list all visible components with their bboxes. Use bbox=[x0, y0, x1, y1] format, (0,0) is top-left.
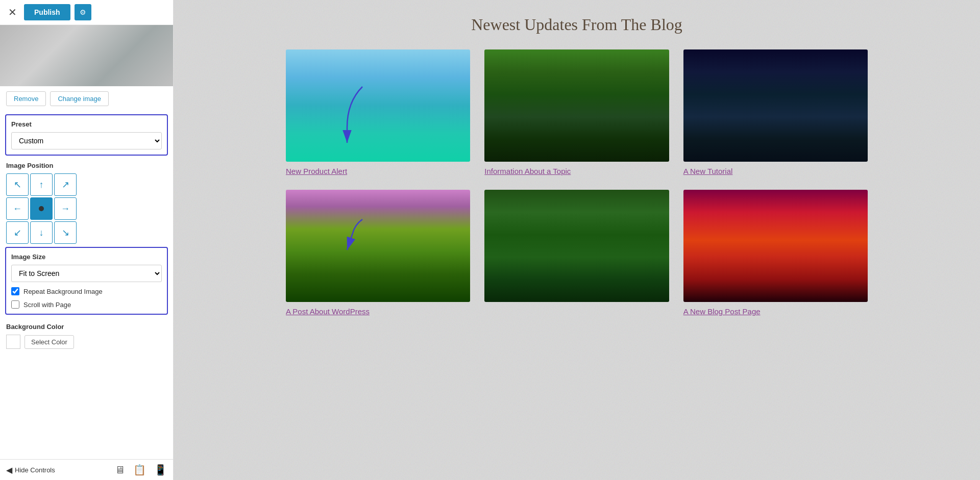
image-size-dropdown[interactable]: Fit to Screen Actual Size Stretch Tile C… bbox=[11, 265, 162, 282]
preset-section: Preset Custom Default Fill Fit Stretch T… bbox=[5, 114, 168, 156]
blog-grid: New Product Alert Information About a To… bbox=[286, 49, 868, 316]
blog-link-2[interactable]: Information About a Topic bbox=[484, 167, 669, 175]
preset-dropdown[interactable]: Custom Default Fill Fit Stretch Tile bbox=[11, 132, 162, 149]
tablet-icon[interactable]: 📋 bbox=[133, 464, 146, 476]
blog-card-3: A New Tutorial bbox=[683, 49, 868, 175]
blog-card-2: Information About a Topic bbox=[484, 49, 669, 175]
pos-bottom-left[interactable]: ↙ bbox=[6, 221, 29, 244]
background-color-label: Background Color bbox=[6, 323, 167, 331]
color-swatch-row: Select Color bbox=[6, 335, 167, 349]
pos-top-right[interactable]: ↗ bbox=[54, 173, 77, 196]
blog-page-content: Newest Updates From The Blog New Product… bbox=[174, 0, 980, 331]
close-button[interactable]: ✕ bbox=[5, 5, 20, 19]
main-content: Newest Updates From The Blog New Product… bbox=[174, 0, 980, 480]
hide-controls-button[interactable]: ◀ Hide Controls bbox=[6, 465, 55, 475]
select-color-button[interactable]: Select Color bbox=[24, 335, 74, 349]
mobile-icon[interactable]: 📱 bbox=[154, 464, 167, 476]
blog-link-1[interactable]: New Product Alert bbox=[286, 167, 470, 175]
blog-image-3 bbox=[683, 49, 868, 162]
blog-card-4: A Post About WordPress bbox=[286, 190, 470, 316]
blog-link-4[interactable]: A Post About WordPress bbox=[286, 307, 470, 316]
image-action-buttons: Remove Change image bbox=[0, 86, 173, 111]
blog-image-1 bbox=[286, 49, 470, 162]
pos-top-left[interactable]: ↖ bbox=[6, 173, 29, 196]
blog-card-5 bbox=[484, 190, 669, 316]
pos-bottom-right[interactable]: ↘ bbox=[54, 221, 77, 244]
preview-image bbox=[0, 25, 173, 86]
blog-image-6 bbox=[683, 190, 868, 302]
blog-card-1: New Product Alert bbox=[286, 49, 470, 175]
desktop-icon[interactable]: 🖥 bbox=[115, 464, 125, 476]
pos-middle-right[interactable]: → bbox=[54, 197, 77, 220]
scroll-page-checkbox[interactable] bbox=[11, 300, 19, 309]
settings-button[interactable]: ⚙ bbox=[75, 4, 91, 20]
image-size-section: Image Size Fit to Screen Actual Size Str… bbox=[5, 247, 168, 315]
image-position-section: Image Position ↖ ↑ ↗ ← → ↙ ↓ ↘ bbox=[0, 159, 173, 244]
remove-button[interactable]: Remove bbox=[6, 91, 46, 106]
pos-middle-left[interactable]: ← bbox=[6, 197, 29, 220]
blog-title: Newest Updates From The Blog bbox=[204, 15, 949, 34]
blog-image-2 bbox=[484, 49, 669, 162]
blog-image-4 bbox=[286, 190, 470, 302]
blog-link-3[interactable]: A New Tutorial bbox=[683, 167, 868, 175]
repeat-bg-checkbox[interactable] bbox=[11, 287, 19, 295]
preset-label: Preset bbox=[11, 120, 162, 128]
image-preview bbox=[0, 25, 173, 86]
blog-card-6: A New Blog Post Page bbox=[683, 190, 868, 316]
change-image-button[interactable]: Change image bbox=[50, 91, 109, 106]
pos-bottom-center[interactable]: ↓ bbox=[30, 221, 53, 244]
pos-middle-center[interactable] bbox=[30, 197, 53, 220]
top-bar: ✕ Publish ⚙ bbox=[0, 0, 173, 25]
background-color-section: Background Color Select Color bbox=[0, 318, 173, 354]
color-swatch[interactable] bbox=[6, 335, 20, 349]
scroll-page-label: Scroll with Page bbox=[23, 301, 71, 309]
scroll-page-row: Scroll with Page bbox=[11, 300, 162, 309]
blog-image-5 bbox=[484, 190, 669, 302]
image-position-label: Image Position bbox=[6, 162, 167, 169]
repeat-bg-label: Repeat Background Image bbox=[23, 288, 103, 295]
hide-controls-label: Hide Controls bbox=[15, 466, 55, 474]
blog-link-6[interactable]: A New Blog Post Page bbox=[683, 307, 868, 316]
position-grid: ↖ ↑ ↗ ← → ↙ ↓ ↘ bbox=[6, 173, 167, 244]
image-size-label: Image Size bbox=[11, 253, 162, 261]
repeat-bg-row: Repeat Background Image bbox=[11, 287, 162, 295]
left-panel: ✕ Publish ⚙ Remove Change image Preset C… bbox=[0, 0, 174, 480]
bottom-bar: ◀ Hide Controls 🖥 📋 📱 bbox=[0, 459, 173, 480]
pos-top-center[interactable]: ↑ bbox=[30, 173, 53, 196]
publish-button[interactable]: Publish bbox=[24, 4, 70, 20]
hide-controls-arrow: ◀ bbox=[6, 465, 12, 475]
